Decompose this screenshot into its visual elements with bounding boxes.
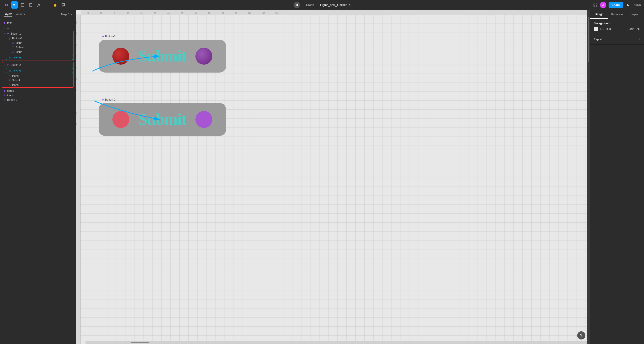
group-name: Button-2	[10, 63, 21, 66]
layer-name: Submit	[12, 79, 20, 82]
scroll-thumb[interactable]	[588, 17, 589, 62]
pen-tool-button[interactable]	[35, 1, 42, 9]
diamond-icon: ◇	[8, 75, 11, 78]
diamond-icon: ◇	[11, 51, 15, 54]
layer-item-icons[interactable]: ❖ icons	[0, 93, 75, 98]
toolbar-right: 🎧 Z Share ▶ 556%	[593, 2, 641, 8]
ruler-mark: 90	[235, 12, 238, 14]
file-name-label[interactable]: Figma_new_function	[320, 3, 347, 7]
layer-child-b2-icons1[interactable]: ◇ icons	[6, 74, 73, 78]
canvas-wrapper: -20 -10 0 10 20 30 40 50 60 70 80 90 100…	[76, 10, 590, 344]
canvas-area[interactable]: -20 -10 0 10 20 30 40 50 60 70 80 90 100…	[76, 10, 587, 344]
layer-group-button2-header[interactable]: ▾ ❖ Button-2	[2, 62, 73, 67]
help-button[interactable]: ?	[577, 331, 585, 339]
ruler-mark: 0	[114, 12, 115, 14]
main-menu-button[interactable]	[3, 1, 10, 9]
layer-name: overlay	[13, 69, 22, 72]
layer-name: Button-2	[7, 98, 17, 101]
ruler-mark: 110	[262, 12, 265, 14]
headphone-icon[interactable]: 🎧	[593, 3, 598, 8]
tab-assets[interactable]: Assets	[16, 13, 25, 16]
component-icon: ❖	[102, 35, 104, 38]
main-layout: Layers Assets Page 1 ▾ ❖ text # 1 ▾	[0, 10, 644, 344]
canvas-button1-label: ❖ Button-1	[102, 35, 115, 38]
play-button[interactable]: ▶	[625, 2, 632, 8]
tab-prototype[interactable]: Prototype	[608, 10, 626, 19]
layer-child-icons2[interactable]: ◇ icons	[6, 50, 73, 54]
bg-opacity-value[interactable]: 100%	[627, 27, 634, 31]
zoom-label[interactable]: 556%	[634, 3, 641, 7]
panel-tabs: Layers Assets Page 1 ▾	[0, 10, 75, 19]
text-tool-button[interactable]: T	[43, 1, 50, 9]
layer-item-cards[interactable]: ❖ cards	[0, 89, 75, 93]
component-icon: ❖	[3, 22, 6, 25]
group-name: Button-1	[10, 32, 21, 35]
frame-tool-button[interactable]	[19, 1, 26, 9]
chevron-down-icon[interactable]: ▾	[349, 4, 350, 6]
ruler-mark: 10	[127, 12, 129, 14]
hand-tool-button[interactable]: ✋	[52, 1, 59, 9]
layer-group-button2: ▾ ❖ Button-2 ⊡ overlay ◇ icons T	[2, 62, 74, 88]
expand-icon: ▾	[4, 64, 5, 66]
comment-tool-button[interactable]	[60, 1, 67, 9]
layer-child-overlay1[interactable]: ⊡ overlay	[6, 55, 73, 60]
tab-inspect[interactable]: Inspect	[626, 10, 644, 19]
toolbar-center: M / Drafts / Figma_new_function ▾	[294, 2, 350, 8]
collaborator-avatar: Z	[600, 2, 606, 8]
layer-child-overlay2[interactable]: ⊡ overlay	[6, 68, 73, 73]
layer-item-1[interactable]: # 1	[0, 25, 75, 30]
background-label: Background	[594, 22, 640, 25]
toolbar: T ✋ M / Drafts / Figma_new_function ▾ 🎧 …	[0, 0, 644, 10]
ruler-mark: 100	[248, 12, 251, 14]
ruler-left: -110 -100 -90 -80 -70 -60 -50 -40 -30 -2…	[76, 15, 80, 344]
left-panel: Layers Assets Page 1 ▾ ❖ text # 1 ▾	[0, 10, 76, 344]
layer-name: cards	[7, 89, 14, 92]
export-label: Export	[594, 38, 602, 41]
scroll-thumb[interactable]	[131, 342, 149, 343]
canvas-button2-label: ❖ Button-2	[102, 98, 115, 101]
move-tool-button[interactable]	[11, 1, 18, 9]
bg-color-swatch[interactable]	[594, 27, 598, 31]
layer-item-button2[interactable]: ◇ Button-2	[0, 98, 75, 102]
ruler-mark: 60	[194, 12, 197, 14]
button1-right-icon	[196, 48, 212, 65]
overlay-icon: ⊡	[8, 56, 12, 59]
overlay-icon: ⊡	[8, 69, 12, 72]
canvas-button1[interactable]: Submit	[98, 40, 226, 73]
component-icon: ❖	[102, 98, 104, 101]
page-selector[interactable]: Page 1 ▾	[61, 13, 72, 16]
export-add-button[interactable]: +	[638, 37, 640, 42]
layer-name: Button-1	[12, 37, 22, 40]
ruler-mark: -20	[86, 12, 89, 14]
ruler-top: -20 -10 0 10 20 30 40 50 60 70 80 90 100…	[80, 10, 587, 15]
canvas-content: ❖ Button-1 Submit ❖ Button-2 Subm	[80, 15, 587, 344]
scroll-divider	[587, 10, 590, 344]
ruler-mark: 20	[140, 12, 142, 14]
drafts-label[interactable]: Drafts	[306, 3, 314, 7]
svg-rect-5	[29, 4, 32, 6]
tab-design[interactable]: Design	[590, 10, 608, 19]
visibility-icon[interactable]: 👁	[637, 27, 640, 31]
right-panel: Design Prototype Inspect Background EBEB…	[590, 10, 644, 344]
layer-name: icons	[12, 83, 18, 87]
bg-hex-value[interactable]: EBEBEB	[600, 27, 611, 31]
layer-item-text[interactable]: ❖ text	[0, 21, 75, 25]
layer-name: icons	[16, 50, 22, 54]
layer-child-b2-icons2[interactable]: ◇ icons	[6, 83, 73, 87]
layer-child-button1-inner[interactable]: ||| Button-1	[6, 36, 73, 41]
button2-left-icon	[112, 111, 129, 128]
layer-child-icons1[interactable]: ◇ icons	[6, 41, 73, 45]
layer-child-submit1[interactable]: T Submit	[6, 45, 73, 50]
bottom-scrollbar[interactable]	[86, 341, 587, 344]
shape-tool-button[interactable]	[27, 1, 34, 9]
layer-child-b2-submit[interactable]: T Submit	[6, 78, 73, 83]
share-button[interactable]: Share	[608, 2, 623, 8]
text-icon: T	[11, 46, 15, 49]
ruler-mark: 50	[181, 12, 183, 14]
export-row: Export +	[594, 37, 640, 42]
layer-name: text	[7, 22, 12, 25]
canvas-button2[interactable]: Submit	[98, 103, 226, 136]
tab-layers[interactable]: Layers	[4, 12, 12, 17]
layers-list: ❖ text # 1 ▾ ❖ Button-1 ||| Button-1	[0, 19, 75, 344]
layer-group-button1-header[interactable]: ▾ ❖ Button-1	[2, 31, 73, 36]
